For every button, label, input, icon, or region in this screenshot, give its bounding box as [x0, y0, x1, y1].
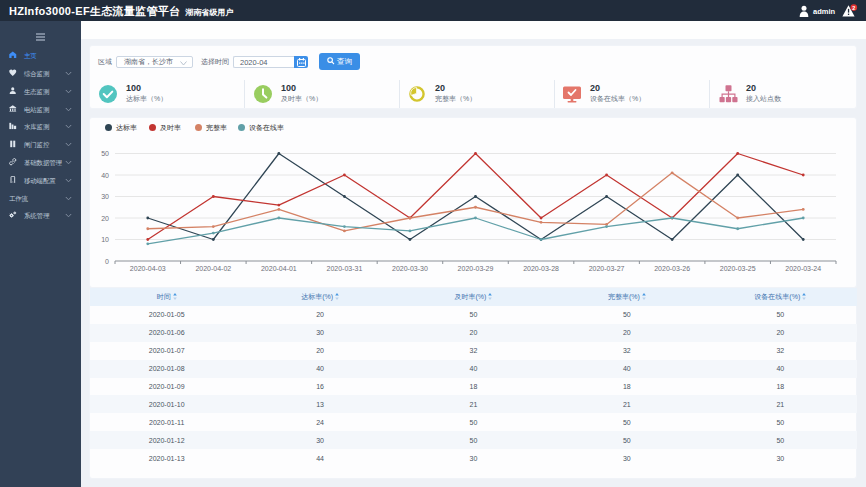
svg-text:2020-03-28: 2020-03-28	[523, 265, 559, 272]
svg-text:2020-03-24: 2020-03-24	[785, 265, 821, 272]
svg-text:50: 50	[101, 150, 109, 157]
svg-text:0: 0	[105, 258, 109, 265]
svg-text:10: 10	[101, 236, 109, 243]
svg-text:30: 30	[101, 193, 109, 200]
svg-text:2020-03-31: 2020-03-31	[327, 265, 363, 272]
svg-text:2020-03-29: 2020-03-29	[458, 265, 494, 272]
svg-text:2020-03-27: 2020-03-27	[589, 265, 625, 272]
svg-text:2020-03-25: 2020-03-25	[720, 265, 756, 272]
svg-text:2020-04-02: 2020-04-02	[195, 265, 231, 272]
svg-text:2020-04-03: 2020-04-03	[130, 265, 166, 272]
svg-text:2020-04-01: 2020-04-01	[261, 265, 297, 272]
svg-text:2020-03-30: 2020-03-30	[392, 265, 428, 272]
svg-text:2: 2	[852, 5, 855, 11]
svg-text:40: 40	[101, 172, 109, 179]
svg-text:2020-03-26: 2020-03-26	[654, 265, 690, 272]
svg-text:20: 20	[101, 215, 109, 222]
